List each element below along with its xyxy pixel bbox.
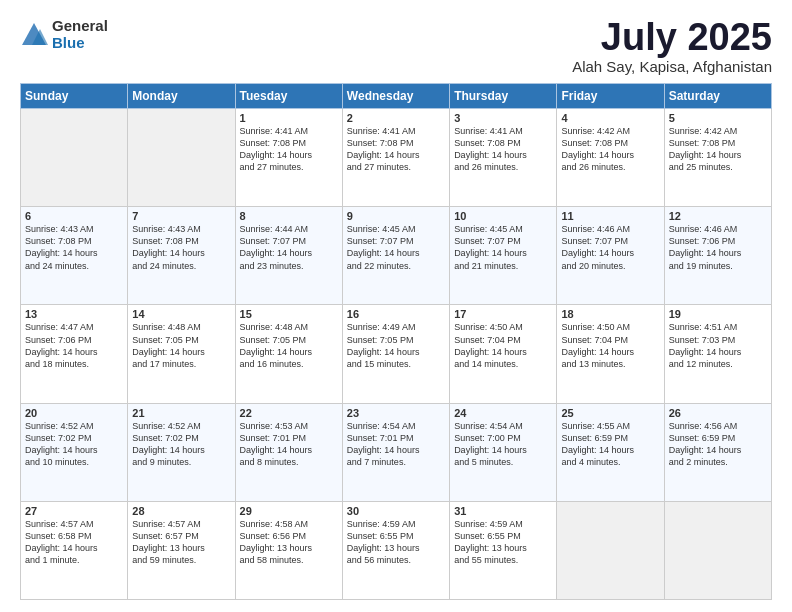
week-row-0: 1Sunrise: 4:41 AM Sunset: 7:08 PM Daylig… — [21, 109, 772, 207]
day-detail-22: Sunrise: 4:53 AM Sunset: 7:01 PM Dayligh… — [240, 420, 338, 469]
day-number-8: 8 — [240, 210, 338, 222]
day-detail-11: Sunrise: 4:46 AM Sunset: 7:07 PM Dayligh… — [561, 223, 659, 272]
calendar-cell-w2-d1: 14Sunrise: 4:48 AM Sunset: 7:05 PM Dayli… — [128, 305, 235, 403]
calendar-cell-w3-d2: 22Sunrise: 4:53 AM Sunset: 7:01 PM Dayli… — [235, 403, 342, 501]
day-detail-25: Sunrise: 4:55 AM Sunset: 6:59 PM Dayligh… — [561, 420, 659, 469]
calendar-cell-w4-d5 — [557, 501, 664, 599]
calendar-cell-w3-d6: 26Sunrise: 4:56 AM Sunset: 6:59 PM Dayli… — [664, 403, 771, 501]
header-tuesday: Tuesday — [235, 84, 342, 109]
logo-general-text: General — [52, 18, 108, 35]
calendar-cell-w4-d0: 27Sunrise: 4:57 AM Sunset: 6:58 PM Dayli… — [21, 501, 128, 599]
calendar-cell-w2-d5: 18Sunrise: 4:50 AM Sunset: 7:04 PM Dayli… — [557, 305, 664, 403]
day-number-25: 25 — [561, 407, 659, 419]
week-row-3: 20Sunrise: 4:52 AM Sunset: 7:02 PM Dayli… — [21, 403, 772, 501]
day-detail-14: Sunrise: 4:48 AM Sunset: 7:05 PM Dayligh… — [132, 321, 230, 370]
calendar-cell-w4-d3: 30Sunrise: 4:59 AM Sunset: 6:55 PM Dayli… — [342, 501, 449, 599]
day-number-24: 24 — [454, 407, 552, 419]
day-number-14: 14 — [132, 308, 230, 320]
day-number-20: 20 — [25, 407, 123, 419]
day-detail-28: Sunrise: 4:57 AM Sunset: 6:57 PM Dayligh… — [132, 518, 230, 567]
day-detail-23: Sunrise: 4:54 AM Sunset: 7:01 PM Dayligh… — [347, 420, 445, 469]
day-number-16: 16 — [347, 308, 445, 320]
week-row-2: 13Sunrise: 4:47 AM Sunset: 7:06 PM Dayli… — [21, 305, 772, 403]
calendar-cell-w0-d3: 2Sunrise: 4:41 AM Sunset: 7:08 PM Daylig… — [342, 109, 449, 207]
day-number-10: 10 — [454, 210, 552, 222]
day-number-15: 15 — [240, 308, 338, 320]
calendar-cell-w1-d4: 10Sunrise: 4:45 AM Sunset: 7:07 PM Dayli… — [450, 207, 557, 305]
calendar-table: Sunday Monday Tuesday Wednesday Thursday… — [20, 83, 772, 600]
logo-icon — [20, 21, 48, 49]
day-detail-26: Sunrise: 4:56 AM Sunset: 6:59 PM Dayligh… — [669, 420, 767, 469]
day-number-1: 1 — [240, 112, 338, 124]
day-detail-3: Sunrise: 4:41 AM Sunset: 7:08 PM Dayligh… — [454, 125, 552, 174]
header-thursday: Thursday — [450, 84, 557, 109]
day-number-5: 5 — [669, 112, 767, 124]
calendar-cell-w0-d1 — [128, 109, 235, 207]
calendar-cell-w1-d2: 8Sunrise: 4:44 AM Sunset: 7:07 PM Daylig… — [235, 207, 342, 305]
calendar-cell-w0-d4: 3Sunrise: 4:41 AM Sunset: 7:08 PM Daylig… — [450, 109, 557, 207]
day-detail-24: Sunrise: 4:54 AM Sunset: 7:00 PM Dayligh… — [454, 420, 552, 469]
day-number-30: 30 — [347, 505, 445, 517]
day-number-4: 4 — [561, 112, 659, 124]
day-detail-10: Sunrise: 4:45 AM Sunset: 7:07 PM Dayligh… — [454, 223, 552, 272]
day-number-18: 18 — [561, 308, 659, 320]
calendar-cell-w1-d5: 11Sunrise: 4:46 AM Sunset: 7:07 PM Dayli… — [557, 207, 664, 305]
calendar-cell-w2-d4: 17Sunrise: 4:50 AM Sunset: 7:04 PM Dayli… — [450, 305, 557, 403]
header-saturday: Saturday — [664, 84, 771, 109]
calendar-cell-w0-d0 — [21, 109, 128, 207]
day-detail-7: Sunrise: 4:43 AM Sunset: 7:08 PM Dayligh… — [132, 223, 230, 272]
header-monday: Monday — [128, 84, 235, 109]
day-detail-21: Sunrise: 4:52 AM Sunset: 7:02 PM Dayligh… — [132, 420, 230, 469]
day-detail-15: Sunrise: 4:48 AM Sunset: 7:05 PM Dayligh… — [240, 321, 338, 370]
day-number-7: 7 — [132, 210, 230, 222]
calendar-cell-w0-d6: 5Sunrise: 4:42 AM Sunset: 7:08 PM Daylig… — [664, 109, 771, 207]
day-number-27: 27 — [25, 505, 123, 517]
day-detail-18: Sunrise: 4:50 AM Sunset: 7:04 PM Dayligh… — [561, 321, 659, 370]
calendar-cell-w4-d1: 28Sunrise: 4:57 AM Sunset: 6:57 PM Dayli… — [128, 501, 235, 599]
logo-blue-text: Blue — [52, 35, 108, 52]
calendar-cell-w2-d0: 13Sunrise: 4:47 AM Sunset: 7:06 PM Dayli… — [21, 305, 128, 403]
day-detail-20: Sunrise: 4:52 AM Sunset: 7:02 PM Dayligh… — [25, 420, 123, 469]
calendar-cell-w4-d6 — [664, 501, 771, 599]
calendar-cell-w4-d2: 29Sunrise: 4:58 AM Sunset: 6:56 PM Dayli… — [235, 501, 342, 599]
day-number-13: 13 — [25, 308, 123, 320]
calendar-cell-w3-d3: 23Sunrise: 4:54 AM Sunset: 7:01 PM Dayli… — [342, 403, 449, 501]
day-detail-1: Sunrise: 4:41 AM Sunset: 7:08 PM Dayligh… — [240, 125, 338, 174]
day-detail-19: Sunrise: 4:51 AM Sunset: 7:03 PM Dayligh… — [669, 321, 767, 370]
day-detail-2: Sunrise: 4:41 AM Sunset: 7:08 PM Dayligh… — [347, 125, 445, 174]
calendar-cell-w3-d1: 21Sunrise: 4:52 AM Sunset: 7:02 PM Dayli… — [128, 403, 235, 501]
week-row-4: 27Sunrise: 4:57 AM Sunset: 6:58 PM Dayli… — [21, 501, 772, 599]
title-month: July 2025 — [572, 18, 772, 56]
day-number-21: 21 — [132, 407, 230, 419]
calendar-cell-w0-d5: 4Sunrise: 4:42 AM Sunset: 7:08 PM Daylig… — [557, 109, 664, 207]
day-detail-9: Sunrise: 4:45 AM Sunset: 7:07 PM Dayligh… — [347, 223, 445, 272]
day-detail-31: Sunrise: 4:59 AM Sunset: 6:55 PM Dayligh… — [454, 518, 552, 567]
title-location: Alah Say, Kapisa, Afghanistan — [572, 58, 772, 75]
day-number-23: 23 — [347, 407, 445, 419]
calendar-cell-w3-d5: 25Sunrise: 4:55 AM Sunset: 6:59 PM Dayli… — [557, 403, 664, 501]
day-number-31: 31 — [454, 505, 552, 517]
day-detail-4: Sunrise: 4:42 AM Sunset: 7:08 PM Dayligh… — [561, 125, 659, 174]
day-number-6: 6 — [25, 210, 123, 222]
week-row-1: 6Sunrise: 4:43 AM Sunset: 7:08 PM Daylig… — [21, 207, 772, 305]
day-number-9: 9 — [347, 210, 445, 222]
calendar-cell-w1-d3: 9Sunrise: 4:45 AM Sunset: 7:07 PM Daylig… — [342, 207, 449, 305]
logo: General Blue — [20, 18, 108, 51]
calendar-cell-w3-d0: 20Sunrise: 4:52 AM Sunset: 7:02 PM Dayli… — [21, 403, 128, 501]
day-number-12: 12 — [669, 210, 767, 222]
page: General Blue July 2025 Alah Say, Kapisa,… — [0, 0, 792, 612]
day-detail-8: Sunrise: 4:44 AM Sunset: 7:07 PM Dayligh… — [240, 223, 338, 272]
header-wednesday: Wednesday — [342, 84, 449, 109]
calendar-cell-w3-d4: 24Sunrise: 4:54 AM Sunset: 7:00 PM Dayli… — [450, 403, 557, 501]
day-number-3: 3 — [454, 112, 552, 124]
day-number-28: 28 — [132, 505, 230, 517]
day-detail-30: Sunrise: 4:59 AM Sunset: 6:55 PM Dayligh… — [347, 518, 445, 567]
calendar-cell-w1-d6: 12Sunrise: 4:46 AM Sunset: 7:06 PM Dayli… — [664, 207, 771, 305]
day-detail-27: Sunrise: 4:57 AM Sunset: 6:58 PM Dayligh… — [25, 518, 123, 567]
day-number-29: 29 — [240, 505, 338, 517]
day-detail-29: Sunrise: 4:58 AM Sunset: 6:56 PM Dayligh… — [240, 518, 338, 567]
calendar-header-row: Sunday Monday Tuesday Wednesday Thursday… — [21, 84, 772, 109]
day-number-17: 17 — [454, 308, 552, 320]
calendar-cell-w1-d0: 6Sunrise: 4:43 AM Sunset: 7:08 PM Daylig… — [21, 207, 128, 305]
calendar-cell-w2-d2: 15Sunrise: 4:48 AM Sunset: 7:05 PM Dayli… — [235, 305, 342, 403]
